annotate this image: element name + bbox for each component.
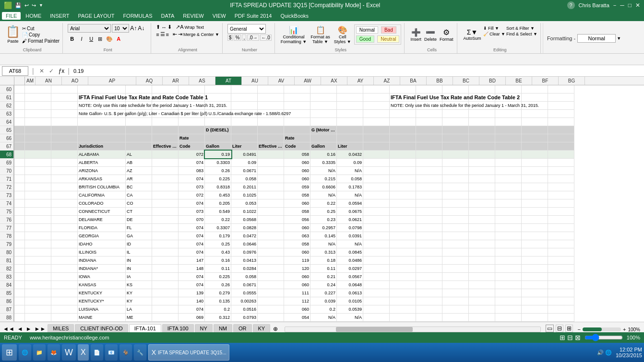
cell-AN-87[interactable] (25, 305, 51, 313)
cell-AM-63[interactable] (14, 110, 25, 117)
cell-AP-68[interactable]: ALABAMA (78, 151, 126, 158)
cell-BD-87[interactable] (469, 305, 495, 313)
cell-BE-80[interactable] (495, 248, 522, 256)
cell-AT-68[interactable]: 0.19 (205, 151, 231, 158)
cell-AY-71[interactable]: 0.058 (337, 175, 363, 183)
align-left[interactable]: ≡ (156, 32, 159, 37)
cell-BF-63[interactable] (522, 110, 548, 117)
cell-BA-84[interactable] (390, 281, 416, 289)
cell-BC-77[interactable] (442, 224, 469, 232)
cell-AO-87[interactable] (51, 305, 78, 313)
sheet-left-btn[interactable]: ◄◄ (2, 326, 15, 332)
cell-AZ-77[interactable] (363, 224, 390, 232)
cell-BE-73[interactable] (495, 191, 522, 199)
cell-BG-88[interactable] (548, 314, 574, 321)
cell-AW-67[interactable]: Code (284, 142, 310, 150)
cell-AX-62[interactable] (310, 102, 337, 109)
cell-AQ-69[interactable]: AB (126, 159, 152, 166)
cell-AZ-64[interactable] (363, 118, 390, 126)
window-restore[interactable]: □ (628, 2, 632, 9)
menu-formulas[interactable]: FORMULAS (119, 12, 156, 20)
cell-AT-66[interactable] (205, 134, 231, 142)
cell-AT-73[interactable]: 0.453 (205, 191, 231, 199)
cell-BG-76[interactable] (548, 216, 574, 223)
cell-AY-83[interactable]: 0.0567 (337, 273, 363, 280)
cell-AR-60[interactable] (152, 85, 179, 93)
new-sheet-btn[interactable]: ⊕ (271, 326, 280, 332)
cell-AZ-68[interactable] (363, 151, 390, 158)
cell-BE-85[interactable] (495, 289, 522, 297)
cell-BE-63[interactable] (495, 110, 522, 117)
cell-AS-86[interactable]: 140 (179, 297, 205, 305)
cell-AV-71[interactable] (258, 175, 284, 183)
cell-BC-64[interactable] (442, 118, 469, 126)
cell-AO-61[interactable] (51, 93, 78, 101)
cell-BB-74[interactable] (416, 199, 442, 207)
cell-AT-60[interactable] (205, 85, 231, 93)
cell-AV-72[interactable] (258, 183, 284, 191)
cell-AU-72[interactable]: 0.2011 (231, 183, 258, 191)
cell-BG-65[interactable] (548, 126, 574, 134)
menu-pdf[interactable]: PDF Suite 2014 (231, 12, 276, 20)
cell-AW-77[interactable]: 060 (284, 224, 310, 232)
cell-AQ-82[interactable]: IN (126, 265, 152, 272)
cell-AM-73[interactable] (14, 191, 25, 199)
cell-AN-68[interactable] (25, 151, 51, 158)
align-middle[interactable]: ↔ (161, 24, 167, 30)
cell-BE-69[interactable] (495, 159, 522, 166)
cell-AS-78[interactable]: 074 (179, 232, 205, 240)
cell-AO-66[interactable] (51, 134, 78, 142)
cell-BG-82[interactable] (548, 265, 574, 272)
cell-AT-70[interactable]: 0.26 (205, 167, 231, 175)
cell-AP-72[interactable]: BRITISH COLUMBIA (78, 183, 126, 191)
cell-BD-64[interactable] (469, 118, 495, 126)
cell-AX-85[interactable]: 0.227 (310, 289, 337, 297)
col-header-ax[interactable]: AX (321, 77, 347, 85)
cell-AW-85[interactable]: 111 (284, 289, 310, 297)
style-dropdown[interactable]: ▼ (617, 36, 621, 41)
cell-AS-66[interactable]: Rate (179, 134, 205, 142)
col-header-as[interactable]: AS (189, 77, 215, 85)
cell-AU-86[interactable]: 0.00263 (231, 297, 258, 305)
cell-AW-65[interactable] (284, 126, 310, 134)
zoom-out-btn[interactable]: − (578, 327, 581, 332)
cell-AO-73[interactable] (51, 191, 78, 199)
cell-AZ-80[interactable] (363, 248, 390, 256)
cell-AU-75[interactable]: 0.1022 (231, 208, 258, 215)
cell-AU-85[interactable]: 0.0555 (231, 289, 258, 297)
cell-BC-82[interactable] (442, 265, 469, 272)
cell-AZ-70[interactable] (363, 167, 390, 175)
cell-BG-61[interactable] (548, 93, 574, 101)
cell-AS-82[interactable]: 148 (179, 265, 205, 272)
cell-AW-80[interactable]: 060 (284, 248, 310, 256)
cell-AV-65[interactable] (258, 126, 284, 134)
window-minimize[interactable]: ─ (620, 2, 624, 9)
cell-BC-70[interactable] (442, 167, 469, 175)
cell-BG-68[interactable] (548, 151, 574, 158)
cell-AZ-85[interactable] (363, 289, 390, 297)
cell-AV-70[interactable] (258, 167, 284, 175)
cell-AV-69[interactable] (258, 159, 284, 166)
cell-AT-67[interactable]: Gallon (205, 142, 231, 150)
select-all-button[interactable] (0, 77, 14, 85)
cell-AQ-88[interactable]: ME (126, 314, 152, 321)
cell-AQ-74[interactable]: CO (126, 199, 152, 207)
cell-AW-66[interactable]: Rate (284, 134, 310, 142)
cell-AR-69[interactable] (152, 159, 179, 166)
cell-BG-83[interactable] (548, 273, 574, 280)
cell-AY-87[interactable]: 0.0539 (337, 305, 363, 313)
cell-AU-68[interactable]: 0.0491 (231, 151, 258, 158)
cell-AT-74[interactable]: 0.205 (205, 199, 231, 207)
quick-access-save[interactable]: 💾 (15, 2, 22, 9)
cell-AO-81[interactable] (51, 257, 78, 264)
cell-AO-65[interactable] (51, 126, 78, 134)
cell-BD-88[interactable] (469, 314, 495, 321)
cell-AP-63[interactable]: Note Gallon- U.S. $ per gallon (p/g); Li… (78, 110, 126, 117)
cell-AX-63[interactable] (310, 110, 337, 117)
cell-AZ-66[interactable] (363, 134, 390, 142)
menu-data[interactable]: DATA (157, 12, 179, 20)
cell-AQ-78[interactable]: GA (126, 232, 152, 240)
cell-BD-66[interactable] (469, 134, 495, 142)
cell-BD-82[interactable] (469, 265, 495, 272)
sheet-tab-miles[interactable]: MILES (48, 324, 74, 332)
